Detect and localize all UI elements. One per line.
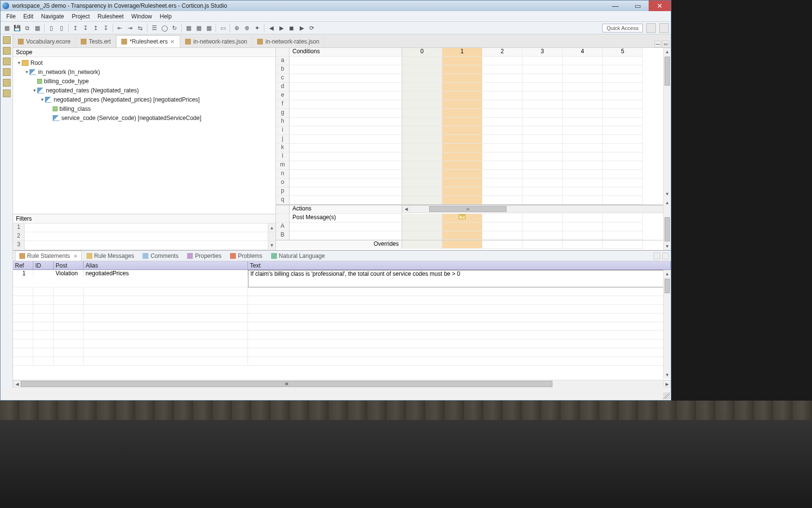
grid-cell[interactable] bbox=[522, 240, 563, 249]
grid-cell[interactable] bbox=[522, 65, 563, 74]
cell-post[interactable] bbox=[54, 296, 84, 304]
grid-cell[interactable] bbox=[442, 91, 482, 100]
cell-ref[interactable] bbox=[13, 314, 33, 322]
indent-left-icon[interactable]: ⇤ bbox=[116, 24, 124, 32]
grid-cell[interactable] bbox=[522, 91, 563, 100]
tool-icon[interactable]: ◯ bbox=[160, 24, 169, 32]
filter-cell[interactable] bbox=[25, 241, 268, 249]
row-header[interactable]: g bbox=[276, 109, 290, 118]
grid-cell[interactable] bbox=[603, 179, 643, 187]
row-header[interactable]: e bbox=[276, 91, 290, 100]
cell-text[interactable] bbox=[248, 348, 671, 357]
col-header[interactable]: 2 bbox=[482, 48, 522, 57]
col-header[interactable]: 0 bbox=[402, 48, 442, 57]
cell-id[interactable] bbox=[33, 322, 54, 330]
grid-cell[interactable] bbox=[442, 144, 482, 152]
condition-cell[interactable] bbox=[290, 187, 402, 196]
h-scrollbar[interactable]: ◀ III ▶ bbox=[13, 380, 671, 388]
grid-cell[interactable] bbox=[402, 135, 442, 144]
grid-cell[interactable] bbox=[522, 196, 563, 205]
statement-row[interactable] bbox=[13, 340, 671, 348]
tab-problems[interactable]: Problems bbox=[226, 251, 266, 261]
scroll-down-icon[interactable]: ▼ bbox=[664, 371, 671, 379]
cell-ref[interactable] bbox=[13, 357, 33, 365]
condition-cell[interactable] bbox=[290, 83, 402, 91]
grid-cell[interactable] bbox=[563, 240, 603, 249]
tool-icon[interactable]: ☰ bbox=[150, 24, 159, 32]
cell-post[interactable] bbox=[54, 287, 84, 296]
cell-id[interactable] bbox=[33, 357, 54, 365]
col-alias[interactable]: Alias bbox=[84, 261, 248, 269]
cell-text[interactable] bbox=[248, 331, 671, 339]
grid-cell[interactable] bbox=[522, 83, 563, 91]
grid-cell[interactable] bbox=[402, 109, 442, 118]
grid-cell[interactable] bbox=[442, 135, 482, 144]
grid-cell[interactable] bbox=[402, 91, 442, 100]
scroll-up-icon[interactable]: ▲ bbox=[268, 224, 276, 232]
cell-id[interactable] bbox=[33, 296, 54, 304]
cell-text[interactable]: If claim's billing class is 'professiona… bbox=[248, 270, 671, 287]
cell-alias[interactable] bbox=[84, 314, 248, 322]
new-icon[interactable]: ▦ bbox=[2, 24, 11, 32]
scroll-track[interactable]: III bbox=[410, 205, 663, 213]
tool-icon[interactable]: ▭ bbox=[218, 24, 227, 32]
condition-cell[interactable] bbox=[290, 74, 402, 83]
expand-icon[interactable]: ▾ bbox=[31, 88, 37, 93]
grid-cell[interactable] bbox=[603, 135, 643, 144]
grid-cell[interactable] bbox=[402, 152, 442, 161]
grid-cell[interactable] bbox=[482, 187, 522, 196]
grid-cell[interactable] bbox=[402, 179, 442, 187]
grid-cell[interactable] bbox=[522, 118, 563, 126]
cell-ref[interactable] bbox=[13, 340, 33, 348]
cell-text[interactable] bbox=[248, 340, 671, 348]
condition-cell[interactable] bbox=[290, 196, 402, 205]
grid-cell[interactable] bbox=[442, 126, 482, 135]
cell-id[interactable] bbox=[33, 340, 54, 348]
cell-ref[interactable] bbox=[13, 305, 33, 313]
grid-cell[interactable] bbox=[603, 57, 643, 65]
save-all-icon[interactable]: ⧉ bbox=[23, 24, 31, 32]
tool-icon[interactable]: ↥ bbox=[91, 24, 100, 32]
maximize-button[interactable]: ▭ bbox=[626, 0, 649, 11]
condition-cell[interactable] bbox=[290, 100, 402, 109]
grid-cell[interactable] bbox=[563, 144, 603, 152]
activity-icon[interactable] bbox=[3, 90, 11, 97]
tree-row[interactable]: billing_class bbox=[13, 104, 276, 113]
menu-file[interactable]: File bbox=[2, 12, 19, 21]
cell-alias[interactable] bbox=[84, 296, 248, 304]
condition-cell[interactable] bbox=[290, 161, 402, 170]
grid-cell[interactable] bbox=[563, 152, 603, 161]
tab-properties[interactable]: Properties bbox=[183, 251, 225, 261]
cell-post[interactable] bbox=[54, 340, 84, 348]
quick-access[interactable]: Quick Access bbox=[602, 24, 643, 32]
tab-comments[interactable]: Comments bbox=[139, 251, 182, 261]
grid-cell[interactable] bbox=[442, 100, 482, 109]
cell-alias[interactable] bbox=[84, 305, 248, 313]
grid-cell[interactable] bbox=[482, 83, 522, 91]
grid-cell[interactable] bbox=[402, 83, 442, 91]
grid-cell[interactable] bbox=[563, 109, 603, 118]
tool-icon[interactable]: ⇆ bbox=[136, 24, 145, 32]
expand-icon[interactable]: ▾ bbox=[39, 97, 45, 102]
grid-cell[interactable] bbox=[442, 83, 482, 91]
cell-id[interactable] bbox=[33, 348, 54, 357]
tab-natural-language[interactable]: Natural Language bbox=[267, 251, 329, 261]
grid-cell[interactable] bbox=[482, 170, 522, 179]
grid-cell[interactable] bbox=[482, 144, 522, 152]
grid-cell[interactable] bbox=[522, 109, 563, 118]
grid-cell[interactable] bbox=[563, 231, 603, 240]
statement-row[interactable]: 1ViolationnegotiatedPricesIf claim's bil… bbox=[13, 270, 671, 287]
grid-cell[interactable] bbox=[563, 161, 603, 170]
tool-icon[interactable]: ▦ bbox=[204, 24, 213, 32]
grid-cell[interactable] bbox=[522, 100, 563, 109]
scroll-right-icon[interactable]: ▶ bbox=[663, 380, 671, 388]
condition-cell[interactable] bbox=[290, 57, 402, 65]
grid-cell[interactable] bbox=[522, 74, 563, 83]
grid-cell[interactable] bbox=[402, 196, 442, 205]
grid-cell[interactable] bbox=[402, 74, 442, 83]
tree-row[interactable]: ▾in_network (In_network) bbox=[13, 67, 276, 76]
action-cell[interactable] bbox=[290, 231, 402, 240]
grid-cell[interactable] bbox=[603, 65, 643, 74]
grid-cell[interactable] bbox=[603, 161, 643, 170]
grid-cell[interactable] bbox=[402, 170, 442, 179]
